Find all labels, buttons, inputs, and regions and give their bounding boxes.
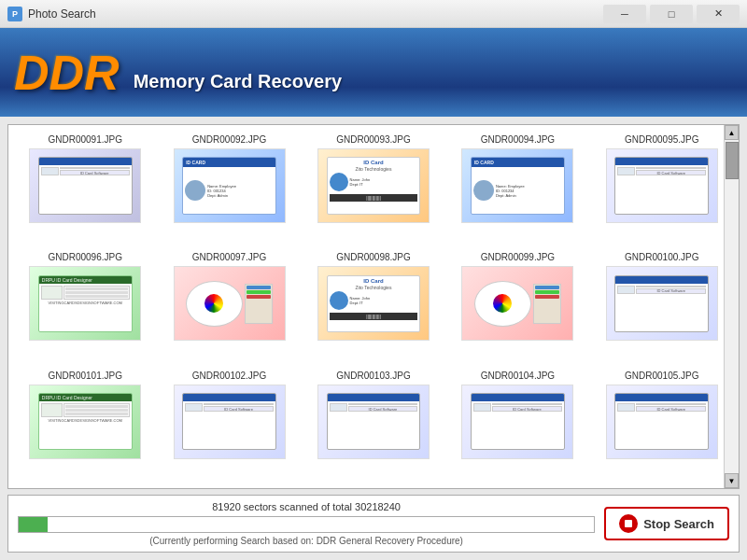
photo-filename: GNDR00101.JPG	[48, 371, 121, 381]
photo-item[interactable]: GNDR00105.JPG ID Card Software	[590, 366, 734, 483]
photo-filename: GNDR00093.JPG	[336, 134, 410, 145]
photo-thumbnail: DRPU ID Card Designer VISITINGCARDSDESIG…	[29, 385, 141, 459]
photo-item[interactable]: GNDR00098.JPG ID Card Zito Technologies …	[302, 247, 445, 365]
photo-filename: GNDR00099.JPG	[481, 252, 555, 262]
photo-thumbnail: ID Card Software	[461, 385, 573, 459]
photo-item[interactable]: GNDR00095.JPG ID Card Software	[590, 130, 734, 247]
photo-thumbnail	[461, 266, 573, 341]
photo-thumbnail: ID Card Zito Technologies Name: John Dep…	[317, 266, 430, 341]
photo-item[interactable]: GNDR00093.JPG ID Card Zito Technologies …	[302, 130, 445, 247]
photo-filename: GNDR00098.JPG	[336, 252, 410, 262]
scrollbar-track	[725, 140, 739, 473]
photo-thumbnail: ID Card Software	[29, 148, 141, 223]
photo-filename: GNDR00094.JPG	[481, 134, 555, 145]
photo-item[interactable]: GNDR00091.JPG ID Card Software	[13, 130, 157, 247]
close-button[interactable]: ✕	[697, 5, 740, 23]
photo-thumbnail: ID Card Software	[606, 385, 718, 459]
header: DDR Memory Card Recovery	[0, 28, 747, 117]
stop-icon	[619, 514, 638, 533]
photo-thumbnail: ID Card Software	[174, 385, 286, 459]
photo-thumbnail	[174, 266, 286, 341]
photo-grid: GNDR00091.JPG ID Card Software GNDR00092…	[8, 125, 739, 488]
photo-filename: GNDR00102.JPG	[192, 371, 266, 381]
photo-item[interactable]: GNDR00096.JPG DRPU ID Card Designer VISI…	[13, 247, 157, 365]
photo-filename: GNDR00100.JPG	[625, 252, 698, 262]
progress-bar	[18, 516, 595, 533]
photo-filename: GNDR00095.JPG	[625, 134, 698, 145]
title-bar: P Photo Search ─ □ ✕	[0, 0, 747, 28]
photo-grid-container: GNDR00091.JPG ID Card Software GNDR00092…	[7, 124, 740, 489]
photo-item[interactable]: GNDR00100.JPG ID Card Software	[590, 247, 734, 365]
stop-icon-inner	[625, 520, 632, 527]
photo-item[interactable]: GNDR00101.JPG DRPU ID Card Designer VISI…	[13, 366, 157, 483]
photo-thumbnail: ID CARD Name: Employee ID: 001234 Dept: …	[461, 148, 573, 223]
photo-item[interactable]: GNDR00094.JPG ID CARD Name: Employee ID:…	[445, 130, 589, 247]
photo-thumbnail: DRPU ID Card Designer VISITINGCARDSDESIG…	[29, 266, 141, 341]
photo-filename: GNDR00104.JPG	[481, 371, 555, 381]
window-controls: ─ □ ✕	[603, 5, 740, 23]
photo-item[interactable]: GNDR00099.JPG	[445, 247, 589, 365]
photo-item[interactable]: GNDR00104.JPG ID Card Software	[445, 366, 589, 483]
sectors-text: 81920 sectors scanned of total 30218240	[18, 501, 595, 512]
photo-thumbnail: ID Card Software	[317, 385, 430, 459]
photo-item[interactable]: GNDR00097.JPG	[157, 247, 301, 365]
photo-item[interactable]: GNDR00092.JPG ID CARD Name: Employee ID:…	[157, 130, 301, 247]
photo-thumbnail: ID Card Software	[606, 266, 718, 341]
title-bar-left: P Photo Search	[7, 7, 96, 21]
stop-label: Stop Search	[643, 517, 714, 531]
scrollbar[interactable]: ▲ ▼	[724, 125, 739, 488]
photo-filename: GNDR00091.JPG	[48, 134, 121, 145]
app-title: Photo Search	[28, 7, 96, 21]
progress-left: 81920 sectors scanned of total 30218240 …	[18, 501, 595, 546]
scroll-up-button[interactable]: ▲	[725, 125, 739, 140]
minimize-button[interactable]: ─	[603, 5, 646, 23]
photo-filename: GNDR00105.JPG	[625, 371, 698, 381]
photo-filename: GNDR00092.JPG	[192, 134, 266, 145]
stop-search-button[interactable]: Stop Search	[604, 507, 729, 540]
progress-bar-fill	[19, 517, 48, 532]
progress-subtitle: (Currently performing Search based on: D…	[18, 536, 595, 546]
photo-filename: GNDR00103.JPG	[336, 371, 410, 381]
maximize-button[interactable]: □	[650, 5, 693, 23]
header-subtitle: Memory Card Recovery	[134, 52, 342, 92]
photo-thumbnail: ID Card Software	[606, 148, 718, 223]
photo-item[interactable]: GNDR00103.JPG ID Card Software	[302, 366, 445, 483]
scroll-down-button[interactable]: ▼	[725, 473, 739, 488]
photo-thumbnail: ID CARD Name: Employee ID: 001234 Dept: …	[174, 148, 286, 223]
ddr-logo: DDR	[14, 49, 120, 97]
photo-filename: GNDR00096.JPG	[48, 252, 121, 262]
photo-filename: GNDR00097.JPG	[192, 252, 266, 262]
main-content: GNDR00091.JPG ID Card Software GNDR00092…	[0, 117, 747, 560]
photo-thumbnail: ID Card Zito Technologies Name: John Dep…	[317, 148, 430, 223]
progress-area: 81920 sectors scanned of total 30218240 …	[7, 495, 740, 553]
scrollbar-thumb[interactable]	[726, 142, 739, 179]
photo-item[interactable]: GNDR00102.JPG ID Card Software	[157, 366, 301, 483]
app-icon: P	[7, 7, 22, 21]
